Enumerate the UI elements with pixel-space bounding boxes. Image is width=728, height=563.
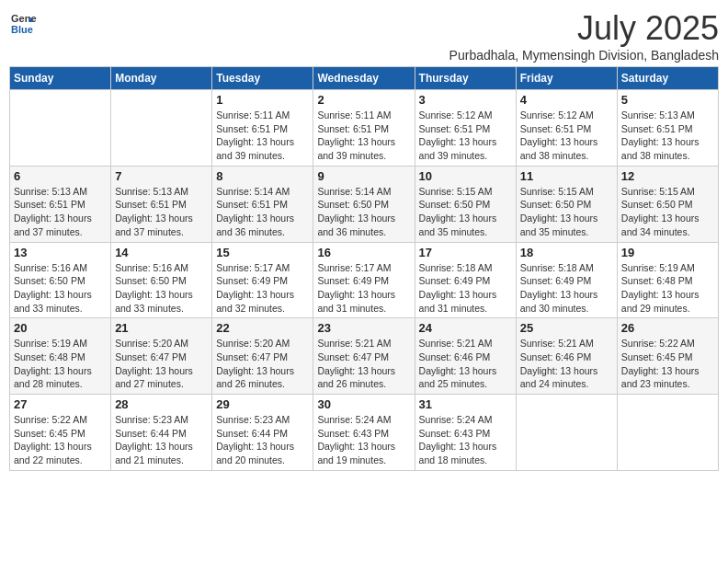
title-block: July 2025 Purbadhala, Mymensingh Divisio… <box>449 9 719 63</box>
cell-content: Sunrise: 5:17 AMSunset: 6:49 PMDaylight:… <box>317 261 410 316</box>
calendar-cell: 5Sunrise: 5:13 AMSunset: 6:51 PMDaylight… <box>617 90 718 167</box>
day-number: 2 <box>317 93 410 107</box>
calendar-table: SundayMondayTuesdayWednesdayThursdayFrid… <box>9 66 719 471</box>
weekday-header: Tuesday <box>212 67 313 90</box>
calendar-cell: 20Sunrise: 5:19 AMSunset: 6:48 PMDayligh… <box>10 318 111 395</box>
calendar-cell <box>516 395 617 471</box>
calendar-cell: 14Sunrise: 5:16 AMSunset: 6:50 PMDayligh… <box>111 242 212 318</box>
calendar-cell: 28Sunrise: 5:23 AMSunset: 6:44 PMDayligh… <box>111 395 212 471</box>
cell-content: Sunrise: 5:12 AMSunset: 6:51 PMDaylight:… <box>520 109 613 163</box>
cell-content: Sunrise: 5:21 AMSunset: 6:47 PMDaylight:… <box>317 337 410 391</box>
day-number: 1 <box>216 93 309 107</box>
day-number: 26 <box>621 321 714 335</box>
day-number: 12 <box>621 169 714 183</box>
calendar-cell: 24Sunrise: 5:21 AMSunset: 6:46 PMDayligh… <box>415 318 516 395</box>
weekday-header: Monday <box>111 67 212 90</box>
calendar-cell: 29Sunrise: 5:23 AMSunset: 6:44 PMDayligh… <box>212 395 313 471</box>
cell-content: Sunrise: 5:17 AMSunset: 6:49 PMDaylight:… <box>216 261 309 316</box>
calendar-cell: 12Sunrise: 5:15 AMSunset: 6:50 PMDayligh… <box>617 166 718 242</box>
weekday-header: Friday <box>516 67 617 90</box>
day-number: 25 <box>520 321 613 335</box>
day-number: 20 <box>14 321 107 335</box>
day-number: 14 <box>115 246 208 259</box>
day-number: 13 <box>14 246 107 259</box>
cell-content: Sunrise: 5:13 AMSunset: 6:51 PMDaylight:… <box>115 185 208 239</box>
calendar-cell: 18Sunrise: 5:18 AMSunset: 6:49 PMDayligh… <box>516 242 617 318</box>
cell-content: Sunrise: 5:22 AMSunset: 6:45 PMDaylight:… <box>621 337 714 391</box>
svg-text:General: General <box>11 13 37 24</box>
cell-content: Sunrise: 5:24 AMSunset: 6:43 PMDaylight:… <box>317 413 410 467</box>
calendar-cell: 1Sunrise: 5:11 AMSunset: 6:51 PMDaylight… <box>212 90 313 167</box>
calendar-cell: 15Sunrise: 5:17 AMSunset: 6:49 PMDayligh… <box>212 242 313 318</box>
logo-icon: General Blue <box>9 9 37 37</box>
cell-content: Sunrise: 5:11 AMSunset: 6:51 PMDaylight:… <box>317 109 410 163</box>
cell-content: Sunrise: 5:12 AMSunset: 6:51 PMDaylight:… <box>419 109 512 163</box>
cell-content: Sunrise: 5:16 AMSunset: 6:50 PMDaylight:… <box>115 261 208 316</box>
calendar-cell: 13Sunrise: 5:16 AMSunset: 6:50 PMDayligh… <box>10 242 111 318</box>
calendar-cell: 11Sunrise: 5:15 AMSunset: 6:50 PMDayligh… <box>516 166 617 242</box>
subtitle: Purbadhala, Mymensingh Division, Banglad… <box>449 48 719 63</box>
calendar-cell: 3Sunrise: 5:12 AMSunset: 6:51 PMDaylight… <box>415 90 516 167</box>
day-number: 9 <box>317 169 410 183</box>
day-number: 10 <box>419 169 512 183</box>
cell-content: Sunrise: 5:14 AMSunset: 6:51 PMDaylight:… <box>216 185 309 239</box>
weekday-header: Saturday <box>617 67 718 90</box>
cell-content: Sunrise: 5:15 AMSunset: 6:50 PMDaylight:… <box>621 185 714 239</box>
day-number: 28 <box>115 397 208 411</box>
cell-content: Sunrise: 5:16 AMSunset: 6:50 PMDaylight:… <box>14 261 107 316</box>
cell-content: Sunrise: 5:23 AMSunset: 6:44 PMDaylight:… <box>115 413 208 467</box>
day-number: 31 <box>419 397 512 411</box>
calendar-cell: 22Sunrise: 5:20 AMSunset: 6:47 PMDayligh… <box>212 318 313 395</box>
day-number: 19 <box>621 246 714 259</box>
page-header: General Blue July 2025 Purbadhala, Mymen… <box>9 9 719 63</box>
day-number: 16 <box>317 246 410 259</box>
calendar-week-row: 13Sunrise: 5:16 AMSunset: 6:50 PMDayligh… <box>10 242 719 318</box>
cell-content: Sunrise: 5:15 AMSunset: 6:50 PMDaylight:… <box>520 185 613 239</box>
day-number: 17 <box>419 246 512 259</box>
day-number: 3 <box>419 93 512 107</box>
day-number: 24 <box>419 321 512 335</box>
calendar-cell: 27Sunrise: 5:22 AMSunset: 6:45 PMDayligh… <box>10 395 111 471</box>
calendar-cell: 31Sunrise: 5:24 AMSunset: 6:43 PMDayligh… <box>415 395 516 471</box>
day-number: 22 <box>216 321 309 335</box>
day-number: 6 <box>14 169 107 183</box>
day-number: 8 <box>216 169 309 183</box>
calendar-week-row: 20Sunrise: 5:19 AMSunset: 6:48 PMDayligh… <box>10 318 719 395</box>
cell-content: Sunrise: 5:15 AMSunset: 6:50 PMDaylight:… <box>419 185 512 239</box>
cell-content: Sunrise: 5:13 AMSunset: 6:51 PMDaylight:… <box>14 185 107 239</box>
calendar-cell: 25Sunrise: 5:21 AMSunset: 6:46 PMDayligh… <box>516 318 617 395</box>
calendar-cell: 16Sunrise: 5:17 AMSunset: 6:49 PMDayligh… <box>313 242 415 318</box>
day-number: 18 <box>520 246 613 259</box>
cell-content: Sunrise: 5:18 AMSunset: 6:49 PMDaylight:… <box>419 261 512 316</box>
calendar-cell: 8Sunrise: 5:14 AMSunset: 6:51 PMDaylight… <box>212 166 313 242</box>
cell-content: Sunrise: 5:20 AMSunset: 6:47 PMDaylight:… <box>216 337 309 391</box>
calendar-cell: 21Sunrise: 5:20 AMSunset: 6:47 PMDayligh… <box>111 318 212 395</box>
calendar-cell: 4Sunrise: 5:12 AMSunset: 6:51 PMDaylight… <box>516 90 617 167</box>
calendar-cell <box>617 395 718 471</box>
cell-content: Sunrise: 5:18 AMSunset: 6:49 PMDaylight:… <box>520 261 613 316</box>
cell-content: Sunrise: 5:24 AMSunset: 6:43 PMDaylight:… <box>419 413 512 467</box>
cell-content: Sunrise: 5:23 AMSunset: 6:44 PMDaylight:… <box>216 413 309 467</box>
calendar-cell: 7Sunrise: 5:13 AMSunset: 6:51 PMDaylight… <box>111 166 212 242</box>
weekday-header-row: SundayMondayTuesdayWednesdayThursdayFrid… <box>10 67 719 90</box>
day-number: 23 <box>317 321 410 335</box>
logo: General Blue <box>9 9 37 37</box>
day-number: 5 <box>621 93 714 107</box>
calendar-cell: 9Sunrise: 5:14 AMSunset: 6:50 PMDaylight… <box>313 166 415 242</box>
calendar-week-row: 1Sunrise: 5:11 AMSunset: 6:51 PMDaylight… <box>10 90 719 167</box>
weekday-header: Thursday <box>415 67 516 90</box>
calendar-cell: 2Sunrise: 5:11 AMSunset: 6:51 PMDaylight… <box>313 90 415 167</box>
svg-text:Blue: Blue <box>11 24 33 35</box>
calendar-week-row: 6Sunrise: 5:13 AMSunset: 6:51 PMDaylight… <box>10 166 719 242</box>
cell-content: Sunrise: 5:21 AMSunset: 6:46 PMDaylight:… <box>419 337 512 391</box>
calendar-cell <box>10 90 111 167</box>
cell-content: Sunrise: 5:14 AMSunset: 6:50 PMDaylight:… <box>317 185 410 239</box>
calendar-cell <box>111 90 212 167</box>
cell-content: Sunrise: 5:19 AMSunset: 6:48 PMDaylight:… <box>14 337 107 391</box>
cell-content: Sunrise: 5:13 AMSunset: 6:51 PMDaylight:… <box>621 109 714 163</box>
calendar-week-row: 27Sunrise: 5:22 AMSunset: 6:45 PMDayligh… <box>10 395 719 471</box>
calendar-cell: 26Sunrise: 5:22 AMSunset: 6:45 PMDayligh… <box>617 318 718 395</box>
cell-content: Sunrise: 5:20 AMSunset: 6:47 PMDaylight:… <box>115 337 208 391</box>
day-number: 29 <box>216 397 309 411</box>
day-number: 27 <box>14 397 107 411</box>
